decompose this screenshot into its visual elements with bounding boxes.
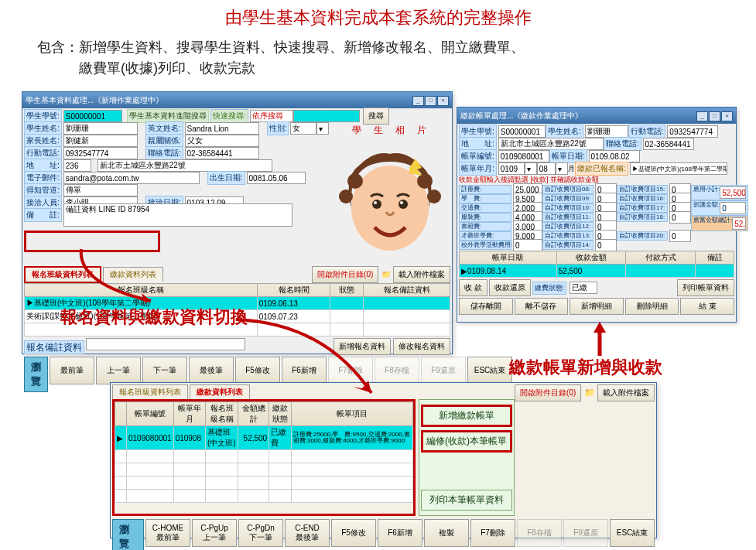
esc-button[interactable]: ESC結束 bbox=[467, 357, 512, 384]
receive-button[interactable]: 收 款 bbox=[459, 279, 487, 296]
enroll-note-label: 報名備註資料 bbox=[24, 340, 84, 354]
load-attach-button[interactable]: 載入附件檔案 bbox=[393, 266, 450, 283]
close-button[interactable]: 結 束 bbox=[680, 298, 734, 315]
esc-button-2[interactable]: ESC結束 bbox=[610, 519, 655, 547]
sex-dropdown-icon[interactable]: ▾ bbox=[316, 122, 329, 135]
table-row[interactable] bbox=[115, 450, 413, 463]
tab-payment-list[interactable]: 繳款資料列表 bbox=[103, 267, 163, 282]
payment-window-titlebar[interactable]: 繳款帳單處理...《繳款作業處理中》 _□× bbox=[457, 108, 736, 124]
table-row[interactable] bbox=[115, 463, 413, 477]
student-photo bbox=[332, 138, 448, 262]
pay-name: 劉珊珊 bbox=[585, 125, 628, 138]
next-button[interactable]: 下一筆 bbox=[142, 357, 187, 384]
window-buttons[interactable]: _□× bbox=[696, 111, 733, 121]
student-id-input[interactable]: S00000001 bbox=[63, 110, 122, 122]
table-row[interactable]: ▶0109.08.1452,500 bbox=[460, 265, 734, 278]
pay-phone: 02-36584441 bbox=[643, 138, 694, 150]
svg-point-4 bbox=[427, 190, 441, 203]
browse-button[interactable]: 瀏覽 bbox=[24, 357, 48, 392]
bill-year[interactable]: 0109 bbox=[498, 162, 525, 175]
svg-point-6 bbox=[399, 200, 408, 209]
table-row[interactable] bbox=[115, 490, 413, 503]
copy-button[interactable]: 複製 bbox=[424, 519, 469, 547]
edit-enroll-button[interactable]: 修改報名資料 bbox=[393, 338, 450, 355]
exit-nosave-button[interactable]: 離不儲存 bbox=[515, 298, 569, 315]
save-exit-button[interactable]: 儲存離開 bbox=[459, 298, 513, 315]
table-row[interactable]: ▶0109080001010908基礎班(中文班)52,500已繳費註冊費:25… bbox=[115, 426, 413, 450]
pay-status: 已繳 bbox=[570, 282, 597, 294]
quick-search-mode[interactable]: 依序搜尋 bbox=[250, 110, 293, 122]
svg-point-0 bbox=[351, 166, 429, 251]
source-input[interactable]: 傳單 bbox=[63, 184, 138, 196]
f7-button: F7刪除 bbox=[328, 357, 373, 384]
first-button[interactable]: 最前筆 bbox=[50, 357, 94, 384]
relation-input[interactable]: 父女 bbox=[185, 135, 259, 147]
phone-label: 聯絡電話: bbox=[145, 146, 183, 160]
phone-input[interactable]: 02-36584441 bbox=[185, 147, 259, 159]
svg-point-8 bbox=[400, 201, 403, 204]
payment-list-grid[interactable]: 帳單編號帳單年月報名班級名稱金額總計繳款狀態帳單項目 ▶010908000101… bbox=[115, 401, 413, 503]
payment-list-panel: 報名班級資料列表 繳款資料列表 開啟附件目錄(0) 📁 載入附件檔案 帳單編號帳… bbox=[110, 382, 657, 538]
sex-label: 性別: bbox=[267, 121, 289, 135]
f5-button-2[interactable]: F5修改 bbox=[331, 519, 376, 547]
bill-date[interactable]: 0109.08.02 bbox=[589, 150, 640, 162]
next-button-2[interactable]: C-PgDn下一筆 bbox=[238, 519, 283, 547]
enroll-note-input[interactable] bbox=[86, 338, 245, 350]
quick-search-input[interactable] bbox=[293, 110, 360, 122]
parent-input[interactable]: 劉健新 bbox=[63, 135, 138, 147]
student-name-input[interactable]: 劉珊珊 bbox=[63, 122, 138, 135]
birth-label: 出生日期: bbox=[207, 171, 245, 185]
birth-input[interactable]: 0081.05.06 bbox=[247, 172, 306, 184]
last-button-2[interactable]: C-END最後筆 bbox=[285, 519, 330, 547]
bill-no[interactable]: 0109080001 bbox=[498, 150, 549, 162]
add-detail-button[interactable]: 新增明細 bbox=[570, 298, 624, 315]
bill-month[interactable]: 08 bbox=[537, 162, 556, 175]
tab-enroll-list-2[interactable]: 報名班級資料列表 bbox=[112, 384, 188, 399]
window-buttons[interactable]: _□× bbox=[412, 95, 449, 106]
add-bill-button[interactable]: 新增繳款帳單 bbox=[421, 405, 512, 427]
note-input[interactable]: 備註資料 LINE ID 87954 bbox=[63, 203, 292, 227]
pay-addr: 新北市土城區永豐路22號 bbox=[498, 138, 604, 150]
discount-value[interactable]: 0 bbox=[720, 202, 746, 214]
del-detail-button[interactable]: 刪除明細 bbox=[625, 298, 679, 315]
student-window-titlebar[interactable]: 學生基本資料處理...《新增作業處理中》 _□× bbox=[22, 92, 452, 108]
svg-point-5 bbox=[372, 200, 381, 209]
note-label: 備 註: bbox=[24, 208, 62, 222]
email-input[interactable]: sandra@pota.com.tw bbox=[63, 172, 200, 184]
browse-button-2[interactable]: 瀏覽 bbox=[112, 519, 144, 550]
eng-name-input[interactable]: Sandra Lion bbox=[185, 122, 259, 135]
open-attach-button[interactable]: 開啟附件目錄(0) bbox=[312, 266, 378, 283]
last-button[interactable]: 最後筆 bbox=[189, 357, 234, 384]
prev-button[interactable]: 上一筆 bbox=[96, 357, 141, 384]
discount-label: 折讓金額: bbox=[693, 202, 720, 214]
f9-button: F9還原 bbox=[421, 357, 466, 384]
prev-button-2[interactable]: C-PgUp上一筆 bbox=[192, 519, 237, 547]
add-enroll-button[interactable]: 新增報名資料 bbox=[334, 338, 391, 355]
open-attach-button-2[interactable]: 開啟附件目錄(0) bbox=[515, 384, 581, 401]
zip-input[interactable]: 236 bbox=[63, 159, 91, 172]
f5-button[interactable]: F5修改 bbox=[235, 357, 280, 384]
f8-button-2: F8存檔 bbox=[517, 519, 562, 547]
mobile-input[interactable]: 0932547774 bbox=[63, 147, 138, 159]
tab-enroll-list[interactable]: 報名班級資料列表 bbox=[24, 266, 101, 283]
load-attach-button-2[interactable]: 載入附件檔案 bbox=[597, 384, 655, 401]
tab-payment-list-2[interactable]: 繳款資料列表 bbox=[190, 384, 250, 399]
edit-bill-button[interactable]: 編修(收款)本筆帳單 bbox=[421, 430, 512, 453]
total-value: 52,500 bbox=[732, 217, 746, 230]
pay-id: S00000001 bbox=[498, 125, 546, 138]
payment-window: 繳款帳單處理...《繳款作業處理中》 _□× 學生學號:S00000001 學生… bbox=[457, 107, 737, 323]
receive-undo-button[interactable]: 收款還原 bbox=[489, 279, 531, 296]
sex-select[interactable]: 女 bbox=[290, 122, 316, 135]
table-row[interactable] bbox=[115, 477, 413, 490]
page-subtitle: 包含：新增學生資料、搜尋學生資料、快速搜尋、新增修改報名、開立繳費單、 繳費單(… bbox=[37, 37, 719, 79]
print-bill-button[interactable]: 列印帳單資料 bbox=[677, 279, 734, 296]
address-input[interactable]: 新北市土城區永豐路22號 bbox=[97, 159, 272, 172]
f7-button-2[interactable]: F7刪除 bbox=[470, 519, 515, 547]
f6-button-2[interactable]: F6新增 bbox=[378, 519, 422, 547]
payment-grid[interactable]: 帳單日期收款金額付款方式備註 ▶0109.08.1452,500 bbox=[459, 251, 734, 278]
quick-search-label: 快速搜尋: bbox=[210, 109, 248, 123]
bill-class[interactable]: ▶基礎班(中文班)(108學年第二學期) bbox=[630, 162, 727, 175]
print-bill-row-button[interactable]: 列印本筆帳單資料 bbox=[421, 490, 512, 511]
f6-button[interactable]: F6新增 bbox=[282, 357, 327, 384]
first-button-2[interactable]: C-HOME最前筆 bbox=[145, 519, 190, 547]
